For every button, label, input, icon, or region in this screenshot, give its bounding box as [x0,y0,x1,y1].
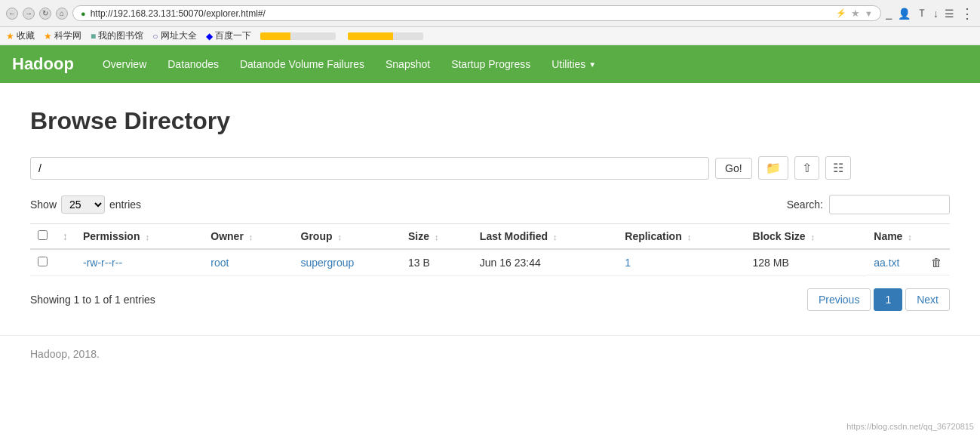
nav-datanode-volume-failures[interactable]: Datanode Volume Failures [229,48,375,81]
star-icon[interactable]: ★ [851,8,860,19]
header-permission[interactable]: Permission ↕ [75,224,203,250]
row-replication-cell: 1 [617,249,745,275]
row-num-cell [55,249,75,275]
lightning-icon: ⚡ [836,8,846,18]
nav-startup-progress[interactable]: Startup Progress [441,48,541,81]
down-icon[interactable]: ▼ [865,9,873,18]
block-size-sort-icon: ↕ [810,232,815,242]
back-button[interactable]: ← [6,8,18,20]
show-label: Show [30,198,57,211]
bookmark-favorites[interactable]: ★ 收藏 [6,29,35,42]
table-row: -rw-r--r-- root supergroup 13 B Jun 16 2… [30,249,950,275]
reload-button[interactable]: ↻ [39,8,51,20]
page-content: Browse Directory Go! 📁 ⇧ ☷ Show 10 25 50… [0,83,980,335]
folder-icon-button[interactable]: 📁 [758,156,788,180]
name-sort-icon: ↕ [908,232,912,242]
path-row: Go! 📁 ⇧ ☷ [30,156,950,180]
upload-icon: ⇧ [802,162,812,174]
row-checkbox[interactable] [38,257,48,266]
browser-toolbar: ⎯ 👤 Ｔ ↓ ☰ ⋮ [886,5,974,22]
header-replication[interactable]: Replication ↕ [617,224,745,250]
url-text: http://192.168.23.131:50070/explorer.htm… [91,8,831,19]
page-1-button[interactable]: 1 [874,288,902,311]
header-name[interactable]: Name ↕ [866,224,950,250]
size-sort-icon: ↕ [435,232,439,242]
group-label: Group [301,230,333,242]
header-sort-num[interactable]: ↕ [55,224,75,250]
folder-icon: 📁 [766,162,781,174]
showing-text: Showing 1 to 1 of 1 entries [30,294,155,306]
header-block-size[interactable]: Block Size ↕ [745,224,867,250]
replication-label: Replication [625,230,681,242]
bookmark-baidu[interactable]: ◆ 百度一下 [206,29,251,42]
upload-icon-button[interactable]: ⇧ [794,156,819,180]
last-modified-sort-icon: ↕ [553,232,558,242]
profile-icon[interactable]: 👤 [898,8,911,20]
row-owner-cell: root [203,249,293,275]
table-controls: Show 10 25 50 100 entries Search: [30,195,950,214]
home-button[interactable]: ⌂ [56,8,68,20]
header-group[interactable]: Group ↕ [293,224,401,250]
navbar-brand[interactable]: Hadoop [12,54,74,74]
entries-select[interactable]: 10 25 50 100 [61,195,105,214]
group-link[interactable]: supergroup [301,257,355,269]
delete-icon[interactable]: 🗑 [931,256,942,269]
translate-icon[interactable]: Ｔ [917,7,927,20]
name-link[interactable]: aa.txt [874,257,899,269]
utilities-dropdown-arrow: ▼ [588,60,596,69]
bookmark-manager-icon[interactable]: ☰ [945,8,954,20]
nav-utilities[interactable]: Utilities ▼ [541,48,607,81]
bookmark-kexuewang[interactable]: ★ 科学网 [44,29,81,42]
last-modified-label: Last Modified [480,230,548,242]
address-bar[interactable]: ● http://192.168.23.131:50070/explorer.h… [72,5,881,21]
search-control: Search: [787,195,950,214]
globe-icon: ○ [152,31,158,42]
library-icon: ■ [91,31,96,42]
progress-bar-2 [348,32,423,40]
go-button[interactable]: Go! [715,158,752,179]
baidu-icon: ◆ [206,31,213,42]
security-icon: ● [81,9,86,18]
bookmark-library[interactable]: ■ 我的图书馆 [91,29,143,42]
page-title: Browse Directory [30,107,950,135]
browser-chrome: ← → ↻ ⌂ ● http://192.168.23.131:50070/ex… [0,0,980,27]
row-size-cell: 13 B [401,249,472,275]
nav-datanodes[interactable]: Datanodes [157,48,229,81]
kexuewang-icon: ★ [44,31,52,42]
footer: Hadoop, 2018. [0,335,980,372]
path-input[interactable] [30,157,709,180]
owner-sort-icon: ↕ [249,232,253,242]
baidu-label: 百度一下 [215,29,251,42]
menu-icon[interactable]: ⋮ [960,5,974,22]
pagination: Previous 1 Next [807,288,950,311]
nav-overview[interactable]: Overview [92,48,157,81]
sites-label: 网址大全 [161,29,197,42]
nav-snapshot[interactable]: Snapshot [375,48,441,81]
replication-link[interactable]: 1 [625,257,631,269]
row-checkbox-cell [30,249,55,275]
header-owner[interactable]: Owner ↕ [203,224,293,250]
download-icon[interactable]: ↓ [933,8,939,20]
forward-button[interactable]: → [23,8,35,20]
permission-link[interactable]: -rw-r--r-- [83,257,122,269]
header-last-modified[interactable]: Last Modified ↕ [472,224,617,250]
select-all-checkbox[interactable] [38,230,48,240]
list-icon-button[interactable]: ☷ [825,156,851,180]
header-size[interactable]: Size ↕ [401,224,472,250]
search-input[interactable] [829,195,950,214]
header-checkbox-col [30,224,55,250]
permission-label: Permission [83,230,140,242]
previous-button[interactable]: Previous [807,288,871,311]
list-icon: ☷ [833,162,843,174]
next-button[interactable]: Next [905,288,950,311]
entries-label: entries [109,198,141,211]
navbar-links: Overview Datanodes Datanode Volume Failu… [92,48,607,81]
bookmark-sites[interactable]: ○ 网址大全 [152,29,196,42]
sort-num-icon: ↕ [63,230,68,242]
block-size-label: Block Size [753,230,806,242]
owner-link[interactable]: root [210,257,229,269]
permission-sort-icon: ↕ [145,232,149,242]
row-block-size-cell: 128 MB [745,249,867,275]
replication-sort-icon: ↕ [687,232,692,242]
extensions-icon[interactable]: ⎯ [886,8,892,20]
